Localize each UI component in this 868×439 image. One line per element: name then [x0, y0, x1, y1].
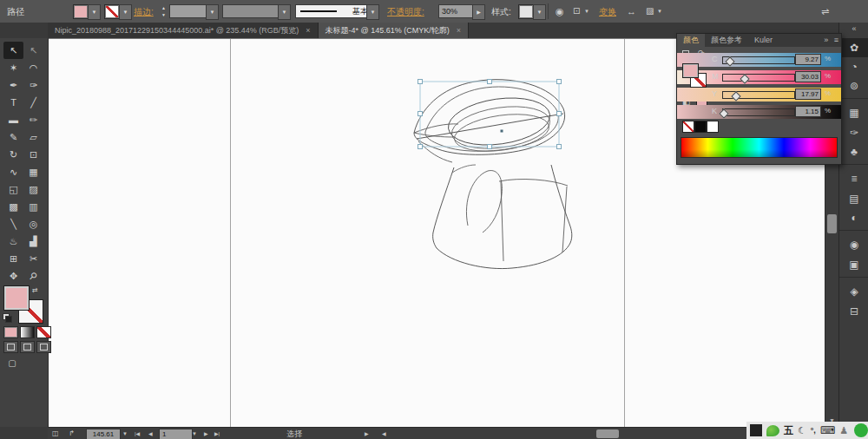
channel-value-field[interactable]: 1.15: [795, 106, 821, 117]
white-swatch[interactable]: [707, 121, 719, 133]
rectangle-tool[interactable]: ▬: [3, 111, 23, 128]
align-icon[interactable]: ↔: [627, 4, 636, 18]
transform-panel-link[interactable]: 变换: [599, 6, 616, 18]
opacity-spinner-icon[interactable]: ▶: [472, 4, 485, 20]
variable-width-field[interactable]: [222, 4, 283, 18]
appearance-icon[interactable]: ◉: [839, 230, 868, 255]
panel-menu-icon[interactable]: ≡: [834, 36, 838, 44]
shape-builder-tool[interactable]: ◱: [3, 180, 23, 198]
slider-track[interactable]: [722, 108, 795, 116]
recolor-artwork-icon[interactable]: ◉: [556, 4, 564, 18]
slider-track[interactable]: [722, 74, 795, 82]
opacity-panel-link[interactable]: 不透明度:: [387, 6, 424, 18]
line-segment-tool[interactable]: ╱: [23, 94, 43, 111]
variable-width-dropdown-icon[interactable]: ▼: [278, 4, 291, 20]
black-swatch[interactable]: [694, 121, 707, 133]
tab-close-icon[interactable]: ×: [457, 26, 461, 35]
stroke-dropdown-icon[interactable]: ▼: [119, 4, 132, 20]
panel-tab[interactable]: Kuler: [748, 34, 779, 47]
launch-bridge-icon[interactable]: ↱: [69, 428, 75, 439]
isolate-mode-icon[interactable]: ▨: [646, 4, 654, 18]
blend-tool[interactable]: ◎: [23, 215, 43, 233]
symbols-icon[interactable]: ♣: [839, 142, 868, 161]
select-similar-dropdown-icon[interactable]: ▼: [584, 4, 589, 18]
draw-normal-mode[interactable]: [3, 341, 18, 353]
screen-mode-button[interactable]: ▢: [3, 357, 21, 370]
color-panel-icon[interactable]: ✿: [839, 38, 868, 57]
default-fill-stroke-icon[interactable]: [3, 313, 11, 322]
workspace-switch-icon[interactable]: ⇌: [821, 4, 829, 18]
rotate-tool[interactable]: ↻: [3, 146, 23, 163]
artboard-tool[interactable]: ⊞: [3, 250, 23, 267]
brush-definition-field[interactable]: 基本: [295, 4, 372, 18]
stroke-weight-stepper[interactable]: ▲▼: [160, 4, 168, 18]
column-graph-tool[interactable]: ▟: [23, 233, 43, 250]
prev-artboard-icon[interactable]: ◀: [148, 428, 153, 439]
stroke-weight-dropdown-icon[interactable]: ▼: [206, 4, 219, 20]
symbol-sprayer-tool[interactable]: ♨: [3, 233, 23, 250]
first-artboard-icon[interactable]: |◀: [135, 428, 140, 439]
next-artboard-icon[interactable]: ▶: [204, 428, 208, 439]
tray-app-icon[interactable]: [854, 423, 868, 437]
horizontal-scrollbar-thumb[interactable]: [596, 429, 619, 438]
live-paint-tool[interactable]: ▨: [23, 180, 43, 198]
fill-color-well[interactable]: [3, 285, 30, 311]
pen-tool[interactable]: ✒: [3, 76, 23, 94]
zoom-level-field[interactable]: 145.61: [86, 429, 121, 439]
navigator-icon[interactable]: ⊚: [839, 76, 868, 95]
channel-value-field[interactable]: 30.03: [795, 71, 821, 82]
isolate-dropdown-icon[interactable]: ▼: [657, 4, 662, 18]
panel-expand-icon[interactable]: »: [824, 36, 828, 44]
artboard-dropdown-icon[interactable]: ▼: [192, 428, 197, 439]
hscroll-left-arrow-icon[interactable]: ◀: [382, 428, 386, 439]
paintbrush-tool[interactable]: ✏: [23, 111, 43, 128]
panel-fill-swatch[interactable]: [682, 63, 699, 78]
magic-wand-tool[interactable]: ✶: [3, 59, 23, 76]
gradient-button[interactable]: [20, 326, 35, 338]
none-button[interactable]: [36, 326, 51, 338]
artboards-icon[interactable]: ⊟: [839, 302, 868, 321]
fill-color-swatch[interactable]: [73, 4, 89, 19]
stroke-icon[interactable]: ≡: [839, 164, 868, 189]
punctuation-mode-icon[interactable]: °,: [811, 426, 816, 435]
pencil-tool[interactable]: ✎: [3, 128, 23, 146]
dock-expand-icon[interactable]: «: [839, 24, 868, 33]
ime-toolbox-icon[interactable]: ♟: [839, 425, 848, 436]
opacity-field[interactable]: 30%: [438, 4, 477, 18]
color-button[interactable]: [3, 326, 18, 338]
artboard-number-field[interactable]: 1: [159, 429, 193, 439]
stroke-color-swatch[interactable]: [104, 4, 120, 19]
swatches-icon[interactable]: ▦: [839, 98, 868, 123]
channel-value-field[interactable]: 9.27: [795, 54, 821, 65]
vertical-scrollbar-thumb[interactable]: [827, 214, 837, 233]
select-similar-icon[interactable]: ⊡: [573, 4, 580, 18]
eyedropper-tool[interactable]: ╲: [3, 215, 23, 233]
selection-tool[interactable]: ↖: [3, 42, 23, 59]
direct-selection-tool[interactable]: ↖: [23, 42, 43, 59]
soft-keyboard-icon[interactable]: ⌨: [820, 424, 835, 436]
zoom-dropdown-icon[interactable]: ▼: [122, 428, 128, 439]
eraser-tool[interactable]: ▱: [23, 128, 43, 146]
gradient-icon[interactable]: ▤: [839, 189, 868, 208]
brush-dropdown-icon[interactable]: ▼: [366, 4, 379, 20]
pen-variant-tool[interactable]: ✑: [23, 76, 43, 94]
perspective-grid-tool[interactable]: ▦: [23, 163, 43, 180]
draw-behind-mode[interactable]: [20, 341, 35, 353]
screen-mode-status-icon[interactable]: ◫: [52, 428, 59, 439]
color-guide-icon[interactable]: ◔: [839, 57, 868, 76]
type-tool[interactable]: T: [3, 94, 23, 111]
draw-inside-mode[interactable]: [36, 341, 51, 353]
document-tab[interactable]: Nipic_20180988_20171229150344445000.ai* …: [48, 23, 319, 38]
status-right-arrow-icon[interactable]: ▶: [365, 428, 369, 439]
gradient-tool[interactable]: ▥: [23, 198, 43, 215]
ime-logo-icon[interactable]: [766, 425, 779, 436]
color-spectrum-bar[interactable]: [681, 137, 838, 158]
brushes-icon[interactable]: ✑: [839, 123, 868, 142]
style-swatch[interactable]: [518, 4, 534, 19]
tab-close-icon[interactable]: ×: [306, 26, 310, 35]
stroke-panel-link[interactable]: 描边:: [134, 6, 154, 18]
swap-fill-stroke-icon[interactable]: ⇄: [32, 286, 38, 294]
transform-tool[interactable]: ⊡: [23, 146, 43, 163]
panel-tab[interactable]: 颜色参考: [705, 34, 748, 47]
mesh-tool[interactable]: ▩: [3, 198, 23, 215]
